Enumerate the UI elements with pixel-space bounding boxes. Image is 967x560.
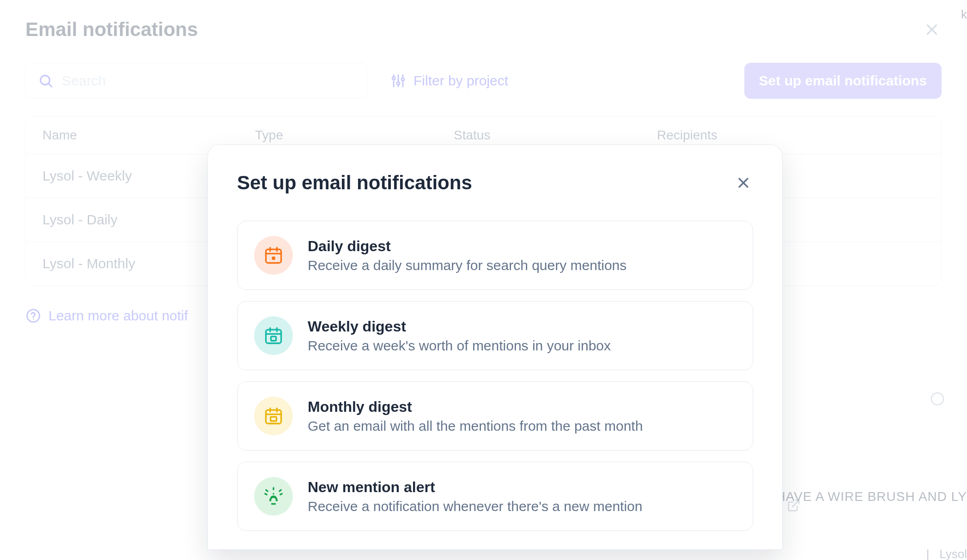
filter-by-project-button[interactable]: Filter by project xyxy=(386,73,513,89)
svg-rect-29 xyxy=(271,417,277,421)
setup-email-notifications-button[interactable]: Set up email notifications xyxy=(744,63,942,99)
option-desc: Receive a week's worth of mentions in yo… xyxy=(308,338,611,354)
learn-more-text: Learn more about notif xyxy=(49,308,188,324)
search-input[interactable] xyxy=(62,73,355,89)
option-desc: Receive a daily summary for search query… xyxy=(308,258,626,273)
svg-line-3 xyxy=(49,84,51,86)
page-title: Email notifications xyxy=(25,18,198,41)
option-desc: Get an email with all the mentions from … xyxy=(308,418,643,434)
column-recipients: Recipients xyxy=(657,128,924,143)
option-desc: Receive a notification whenever there's … xyxy=(308,499,642,514)
column-name: Name xyxy=(43,128,255,143)
column-status: Status xyxy=(454,128,657,143)
svg-rect-24 xyxy=(271,337,276,341)
close-page-button[interactable] xyxy=(922,20,942,39)
close-icon xyxy=(923,21,941,38)
option-list: Daily digest Receive a daily summary for… xyxy=(237,221,753,531)
svg-rect-19 xyxy=(272,257,275,260)
svg-point-9 xyxy=(401,78,404,81)
background-tag: | Lysol xyxy=(926,547,967,560)
help-icon xyxy=(25,308,41,324)
svg-line-30 xyxy=(265,494,267,495)
svg-line-33 xyxy=(280,490,281,491)
search-icon xyxy=(38,73,54,89)
filter-label: Filter by project xyxy=(414,73,508,89)
close-icon xyxy=(735,175,752,191)
svg-point-11 xyxy=(33,319,34,320)
svg-line-31 xyxy=(266,490,268,491)
bell-alert-icon xyxy=(254,477,293,516)
option-title: New mention alert xyxy=(308,479,642,496)
option-title: Monthly digest xyxy=(308,398,643,415)
setup-modal: Set up email notifications Daily digest … xyxy=(208,145,782,549)
svg-point-5 xyxy=(392,77,395,79)
modal-close-button[interactable] xyxy=(734,173,753,193)
calendar-month-icon xyxy=(254,397,293,435)
option-daily-digest[interactable]: Daily digest Receive a daily summary for… xyxy=(237,221,753,290)
sliders-icon xyxy=(390,73,406,89)
radio-circle-icon xyxy=(931,392,944,405)
option-weekly-digest[interactable]: Weekly digest Receive a week's worth of … xyxy=(237,301,753,370)
option-new-mention-alert[interactable]: New mention alert Receive a notification… xyxy=(237,462,753,531)
option-monthly-digest[interactable]: Monthly digest Get an email with all the… xyxy=(237,381,753,451)
background-fragment: k xyxy=(961,7,967,22)
svg-rect-15 xyxy=(266,249,281,263)
svg-point-7 xyxy=(397,82,400,85)
svg-line-32 xyxy=(280,494,282,495)
modal-title: Set up email notifications xyxy=(237,172,472,194)
column-type: Type xyxy=(255,128,454,143)
search-field-wrap[interactable] xyxy=(25,63,367,99)
option-title: Daily digest xyxy=(308,238,626,255)
calendar-week-icon xyxy=(254,316,293,355)
option-title: Weekly digest xyxy=(308,318,611,335)
calendar-day-icon xyxy=(254,236,293,275)
